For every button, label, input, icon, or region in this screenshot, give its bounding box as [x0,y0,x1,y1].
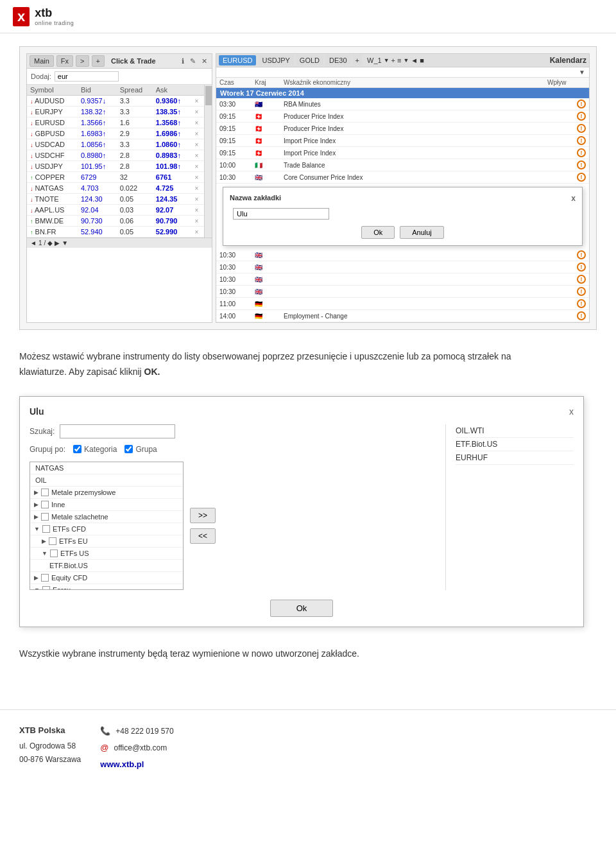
remove-icon[interactable]: × [194,108,198,116]
row-remove[interactable]: × [191,107,204,117]
calendar-event-row[interactable]: 09:15 🇨🇭 Import Price Index ! [216,135,589,147]
ulu-group-kategoria-checkbox[interactable] [73,445,81,453]
table-row[interactable]: ↑ BN.FR 52.940 0.05 52.990 × [27,227,204,238]
remove-icon[interactable]: × [194,98,198,105]
instr-forex[interactable]: ▼ Forex [30,584,183,590]
calendar-event-row[interactable]: 10:30 🇬🇧 ! [216,273,589,286]
tab-fx[interactable]: Fx [56,55,73,67]
ulu-right-oil-wti[interactable]: OIL.WTI [456,424,574,438]
info-icon[interactable]: ℹ [180,56,186,66]
calendar-event-row[interactable]: 09:15 🇨🇭 Producer Price Index ! [216,123,589,135]
calendar-event-row[interactable]: 10:30 🇬🇧 ! [216,249,589,261]
remove-icon[interactable]: × [194,130,198,137]
tab-eurusd[interactable]: EURUSD [219,55,256,65]
instrument-list[interactable]: NATGAS OIL ▶ Metale przemysłowe ▶ Inne [30,462,184,590]
row-remove[interactable]: × [191,96,204,107]
row-remove[interactable]: × [191,117,204,128]
calendar-event-row[interactable]: 14:00 🇩🇪 Employment - Change ! [216,310,589,322]
tab-more[interactable]: > [76,55,89,67]
instr-natgas[interactable]: NATGAS [30,462,183,474]
table-row[interactable]: ↓ AUDUSD 0.9357↓ 3.3 0.9360↑ × [27,96,204,107]
instr-etfs-cfd[interactable]: ▼ ETFs CFD [30,523,183,535]
instr-metale-przemyslowe[interactable]: ▶ Metale przemysłowe [30,487,183,499]
table-row[interactable]: ↓ GBPUSD 1.6983↑ 2.9 1.6986↑ × [27,128,204,139]
row-remove[interactable]: × [191,227,204,238]
row-remove[interactable]: × [191,216,204,227]
instr-etfs-us[interactable]: ▼ ETFs US [30,548,183,560]
tab-gold[interactable]: GOLD [296,55,323,65]
table-row[interactable]: ↓ EURUSD 1.3566↑ 1.6 1.3568↑ × [27,117,204,128]
remove-icon[interactable]: × [194,207,198,214]
ulu-group-grupa[interactable]: Grupa [124,445,157,454]
ulu-right-eurhuf[interactable]: EURHUF [456,451,574,465]
row-remove[interactable]: × [191,172,204,183]
remove-icon[interactable]: × [194,229,198,236]
table-row[interactable]: ↓ USDCHF 0.8980↑ 2.8 0.8983↑ × [27,150,204,161]
calendar-event-row[interactable]: 10:30 🇬🇧 ! [216,261,589,273]
instr-oil[interactable]: OIL [30,474,183,487]
table-row[interactable]: ↓ TNOTE 124.30 0.05 124.35 × [27,194,204,205]
tab-main[interactable]: Main [30,55,54,67]
remove-icon[interactable]: × [194,119,198,126]
row-remove[interactable]: × [191,161,204,172]
remove-icon[interactable]: × [194,185,198,192]
watchlist-search-input[interactable] [55,71,119,82]
dialog-cancel-button[interactable]: Anuluj [400,226,444,239]
row-remove[interactable]: × [191,183,204,194]
row-remove[interactable]: × [191,128,204,139]
ulu-group-grupa-checkbox[interactable] [124,445,133,453]
tab-w1[interactable]: W_1 [367,56,382,64]
remove-icon[interactable]: × [194,196,198,203]
remove-icon[interactable]: × [194,152,198,159]
ulu-search-input[interactable] [60,424,175,438]
table-row[interactable]: ↑ COPPER 6729 32 6761 × [27,172,204,183]
tab-menu-down[interactable]: ▼ [403,57,409,64]
row-remove[interactable]: × [191,194,204,205]
watchlist-scrollbar[interactable] [204,85,212,238]
table-row[interactable]: ↓ AAPL.US 92.04 0.03 92.07 × [27,205,204,216]
tab-plus[interactable]: + [353,55,362,65]
ulu-right-etf-biot[interactable]: ETF.Biot.US [456,438,574,451]
calendar-event-row[interactable]: 10:30 🇬🇧 ! [216,286,589,298]
calendar-event-row[interactable]: 09:15 🇨🇭 Import Price Index ! [216,147,589,159]
tab-add[interactable]: + [92,55,105,67]
dialog-ok-button[interactable]: Ok [361,226,395,239]
tab-click-trade[interactable]: Click & Trade [107,56,160,66]
tab-de30[interactable]: DE30 [325,55,351,65]
dialog-close-button[interactable]: x [571,194,576,203]
remove-icon[interactable]: × [194,174,198,181]
tab-usdjpy[interactable]: USDJPY [258,55,293,65]
instr-szlachetne[interactable]: ▶ Metale szlachetne [30,511,183,523]
nav-prev[interactable]: ◄ [30,239,37,247]
tab-plus2[interactable]: + [391,56,395,64]
row-remove[interactable]: × [191,139,204,150]
row-remove[interactable]: × [191,205,204,216]
filter-down-icon[interactable]: ▼ [579,69,585,76]
remove-icon[interactable]: × [194,141,198,148]
edit-icon[interactable]: ✎ [188,56,198,66]
tab-back[interactable]: ◄ [411,56,418,64]
calendar-event-row[interactable]: 10:30 🇬🇧 Core Consumer Price Index ! [216,171,589,184]
instr-etf-biot[interactable]: ETF.Biot.US [30,560,183,572]
calendar-event-row[interactable]: 03:30 🇦🇺 RBA Minutes ! [216,98,589,110]
transfer-back-button[interactable]: << [190,528,216,544]
ulu-ok-button[interactable]: Ok [270,600,334,617]
calendar-event-row[interactable]: 10:00 🇮🇹 Trade Balance ! [216,159,589,171]
close-panel-icon[interactable]: ✕ [200,56,209,66]
transfer-forward-button[interactable]: >> [190,508,216,523]
table-row[interactable]: ↓ NATGAS 4.703 0.022 4.725 × [27,183,204,194]
tab-name-input[interactable] [233,208,329,220]
footer-website-link[interactable]: www.xtb.pl [100,756,144,773]
nav-1[interactable]: 1 [38,239,42,247]
tab-w1-down[interactable]: ▼ [384,57,389,64]
nav-next1[interactable]: ◆ [47,239,53,247]
calendar-event-row[interactable]: 11:00 🇩🇪 ! [216,298,589,310]
instr-etfs-eu[interactable]: ▶ ETFs EU [30,535,183,548]
table-row[interactable]: ↓ EURJPY 138.32↑ 3.3 138.35↑ × [27,107,204,117]
tab-detach[interactable]: ■ [420,56,424,64]
instr-inne[interactable]: ▶ Inne [30,499,183,511]
table-row[interactable]: ↓ USDCAD 1.0856↑ 3.3 1.0860↑ × [27,139,204,150]
ulu-group-kategoria[interactable]: Kategoria [73,445,117,454]
table-row[interactable]: ↓ USDJPY 101.95↑ 2.8 101.98↑ × [27,161,204,172]
nav-next2[interactable]: ▶ [55,239,60,247]
